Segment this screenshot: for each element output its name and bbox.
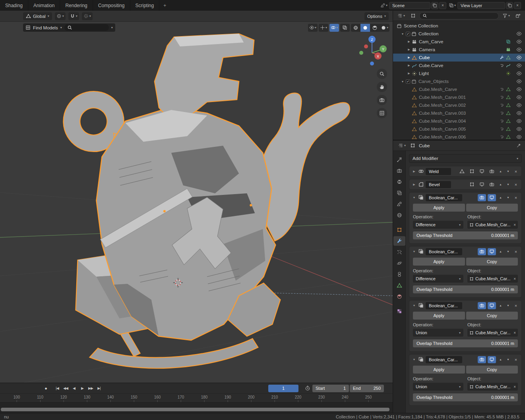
delete-modifier-button[interactable]: × — [513, 302, 519, 309]
scene-browse-button[interactable]: ▾ — [380, 3, 388, 8]
outliner-row-camera[interactable]: ▶ Camera — [393, 46, 525, 54]
viewport-display-toggle[interactable] — [478, 181, 486, 188]
object-picker-field[interactable]: Cube.Mesh_Car... × — [467, 383, 518, 391]
transform-orientation-dropdown[interactable]: Global ▾ — [23, 12, 52, 20]
render-toggle[interactable] — [478, 194, 486, 201]
camera-view-button[interactable] — [377, 95, 387, 105]
operation-dropdown[interactable]: Difference ▾ — [413, 275, 463, 283]
xray-toggle-button[interactable] — [340, 24, 350, 32]
tab-output[interactable] — [393, 177, 405, 187]
remove-view-layer-button[interactable]: × — [514, 2, 521, 9]
operation-dropdown[interactable]: Union ▾ — [413, 383, 463, 391]
eye-visibility-icon[interactable] — [516, 63, 522, 68]
eye-visibility-icon[interactable] — [516, 79, 522, 84]
modifier-name-field[interactable]: Weld — [426, 168, 451, 175]
disclosure-icon[interactable]: ▼ — [412, 250, 417, 253]
tab-scene[interactable] — [393, 199, 405, 209]
delete-modifier-button[interactable]: × — [513, 356, 519, 363]
apply-button[interactable]: Apply — [413, 312, 465, 320]
timeline-ruler[interactable]: 100 110 120 130 140 150 160 170 180 190 … — [0, 393, 393, 402]
tab-material[interactable] — [393, 292, 405, 301]
eye-visibility-icon[interactable] — [516, 102, 522, 108]
delete-modifier-button[interactable]: × — [513, 248, 519, 255]
delete-scene-button[interactable]: × — [439, 2, 446, 9]
shading-wireframe-button[interactable] — [351, 24, 360, 32]
new-scene-button[interactable] — [431, 2, 438, 9]
viewport-display-toggle[interactable] — [488, 356, 496, 363]
copy-button[interactable]: Copy — [466, 258, 518, 266]
eye-visibility-icon[interactable] — [516, 71, 522, 76]
disclosure-icon[interactable]: ▶ — [407, 40, 411, 43]
frame-start-field[interactable]: Start1 — [312, 385, 349, 392]
disclosure-icon[interactable]: ▼ — [412, 196, 417, 199]
disclosure-icon[interactable]: ▼ — [400, 80, 405, 83]
use-preview-range-toggle[interactable] — [304, 385, 312, 392]
outliner-search-input[interactable] — [429, 13, 496, 18]
options-dropdown[interactable]: Options ▾ — [364, 12, 389, 20]
outliner-row-mesh-carve[interactable]: Cube.Mesh_Carve.002 — [393, 101, 525, 109]
tab-object[interactable] — [393, 225, 405, 235]
add-modifier-dropdown[interactable]: Add Modifier ▾ — [409, 154, 522, 163]
outliner-row-mesh-carve[interactable]: Cube.Mesh_Carve.003 — [393, 109, 525, 117]
collection-checkbox[interactable]: ✓ — [406, 79, 410, 84]
show-gizmo-button[interactable]: ▾ — [319, 24, 328, 32]
copy-button[interactable]: Copy — [466, 204, 518, 212]
overlap-threshold-field[interactable]: Overlap Threshold 0.000001 m — [413, 231, 518, 239]
show-overlays-button[interactable]: ▾ — [329, 24, 339, 32]
clear-object-button[interactable]: × — [513, 385, 516, 389]
move-up-button[interactable]: ▲ — [498, 168, 504, 175]
object-picker-field[interactable]: Cube.Mesh_Car... × — [467, 329, 518, 337]
pivot-point-dropdown[interactable]: ▾ — [55, 12, 66, 20]
disclosure-icon[interactable]: ▶ — [412, 183, 417, 186]
proportional-editing-button[interactable]: ▾ — [82, 12, 93, 20]
copy-button[interactable]: Copy — [466, 312, 518, 320]
render-toggle[interactable] — [488, 181, 496, 188]
outliner-row-mesh-carve[interactable]: Cube.Mesh_Carve.005 — [393, 125, 525, 133]
outliner-row-cube[interactable]: ▶ Cube — [393, 54, 525, 62]
tab-particles[interactable] — [393, 247, 405, 257]
disclosure-icon[interactable]: ▶ — [407, 64, 411, 67]
new-collection-button[interactable] — [513, 12, 522, 20]
outliner-row-mesh-carve[interactable]: Cube.Mesh_Carve.006 — [393, 133, 525, 140]
eye-visibility-icon[interactable] — [516, 94, 522, 100]
find-models-control[interactable]: Find Models ▾ ▾ — [23, 23, 115, 32]
play-reverse-button[interactable]: ◀ — [70, 385, 77, 392]
view-layer-browse-button[interactable]: ▾ — [448, 3, 457, 8]
modifier-name-field[interactable]: Boolean_Car... — [426, 194, 462, 201]
apply-button[interactable]: Apply — [413, 366, 465, 374]
outliner-row-light[interactable]: ▶ Light — [393, 69, 525, 77]
delete-modifier-button[interactable]: × — [513, 194, 519, 201]
outliner-row-cube-carve[interactable]: ▶ Cube.Carve — [393, 62, 525, 69]
outliner-row-scene-collection[interactable]: Scene Collection — [393, 22, 525, 30]
view-layer-name-field[interactable]: View Layer — [457, 2, 505, 9]
perspective-toggle-button[interactable] — [377, 108, 387, 118]
eye-visibility-icon[interactable] — [516, 47, 522, 52]
tab-tool[interactable] — [393, 155, 405, 164]
viewport-display-toggle[interactable] — [488, 194, 496, 201]
outliner-row-cam-carve[interactable]: ▶ Cam_Carve — [393, 38, 525, 46]
tab-render[interactable] — [393, 166, 405, 175]
overlap-threshold-field[interactable]: Overlap Threshold 0.000001 m — [413, 285, 518, 293]
shading-material-button[interactable] — [370, 24, 380, 32]
disclosure-icon[interactable]: ▶ — [407, 72, 411, 75]
outliner-editor-type-button[interactable]: ▾ — [396, 12, 407, 20]
auto-keying-toggle[interactable]: ● — [42, 385, 49, 392]
tab-modifiers[interactable] — [393, 236, 405, 246]
disclosure-icon[interactable]: ▶ — [407, 48, 411, 51]
apply-button[interactable]: Apply — [413, 258, 465, 266]
tab-compositing[interactable]: Compositing — [93, 0, 130, 11]
pan-button[interactable] — [377, 82, 387, 92]
zoom-button[interactable] — [377, 69, 387, 79]
viewport-display-toggle[interactable] — [488, 248, 496, 255]
eye-visibility-icon[interactable] — [516, 110, 522, 116]
play-button[interactable]: ▶ — [79, 385, 86, 392]
outliner-display-mode-button[interactable] — [409, 12, 417, 20]
eye-visibility-icon[interactable] — [516, 39, 522, 44]
object-visibility-button[interactable]: ▾ — [308, 24, 318, 32]
current-frame-field[interactable]: 1 — [268, 385, 298, 392]
eye-visibility-icon[interactable] — [516, 126, 522, 132]
cage-toggle[interactable] — [468, 181, 476, 188]
frame-end-field[interactable]: End250 — [350, 385, 384, 392]
tab-rendering[interactable]: Rendering — [60, 0, 93, 11]
eye-visibility-icon[interactable] — [516, 118, 522, 124]
